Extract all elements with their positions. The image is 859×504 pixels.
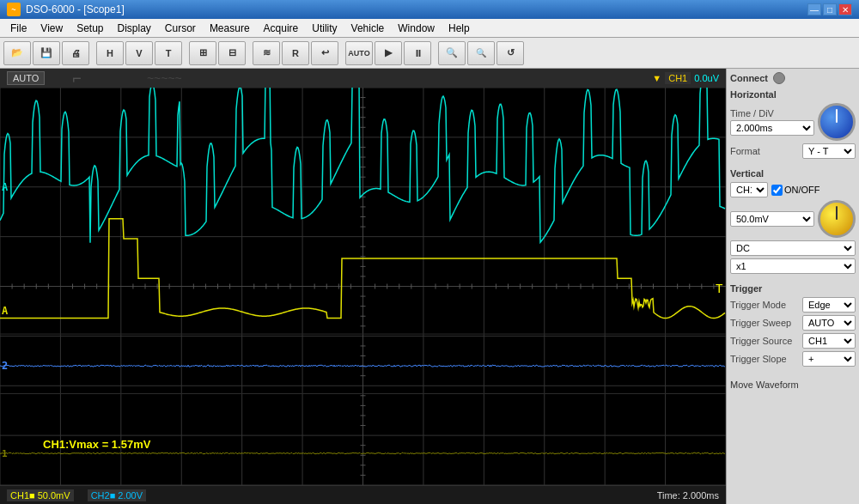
- trigger-sweep-row: Trigger Sweep AUTO Normal Single: [730, 315, 856, 331]
- trigger-status: AUTO: [7, 71, 45, 85]
- volts-select[interactable]: 50.0mV 100mV 200mV 500mV 1V 2V 5V: [730, 211, 814, 227]
- time-div-select[interactable]: 2.000ms: [730, 120, 814, 136]
- horizontal-knob[interactable]: [818, 103, 856, 141]
- trigger-mode-row: Trigger Mode Edge Pulse Slope: [730, 297, 856, 313]
- move-waveform-label: Move Waveform: [730, 378, 856, 392]
- time-div-spinbox[interactable]: 2.000ms: [730, 120, 814, 136]
- scope-grid[interactable]: CH1:Vmax = 1.57mV: [0, 88, 726, 485]
- volts-row: 50.0mV 100mV 200mV 500mV 1V 2V 5V: [730, 200, 856, 238]
- title-bar: ~ DSO-6000 - [Scope1] — □ ✕: [0, 0, 859, 19]
- minimize-button[interactable]: —: [807, 3, 821, 15]
- trigger-sweep-select[interactable]: AUTO Normal Single: [802, 315, 856, 331]
- on-off-label: ON/OFF: [771, 185, 820, 196]
- vertical-title: Vertical: [730, 168, 856, 179]
- menu-vehicle[interactable]: Vehicle: [344, 21, 392, 36]
- menu-setup[interactable]: Setup: [70, 21, 110, 36]
- scope-area: AUTO ⌐ ~~~~~ ▼ CH1 0.0uV CH1:Vmax = 1.57…: [0, 69, 726, 504]
- ch1-bottom-info: CH1■ 50.0mV: [7, 489, 74, 501]
- toolbar: 📂 💾 🖨 H V T ⊞ ⊟ ≋ R ↩ AUTO ▶ ⏸ 🔍 🔍 ↺: [0, 38, 859, 69]
- format-row: Format Y - T X - Y: [730, 143, 856, 159]
- time-bottom-info: Time: 2.000ms: [657, 490, 719, 501]
- menu-file[interactable]: File: [3, 21, 34, 36]
- format-label: Format: [730, 146, 799, 156]
- scope-status-bar: AUTO ⌐ ~~~~~ ▼ CH1 0.0uV: [0, 69, 726, 88]
- trigger-source-select[interactable]: CH1 CH2 EXT: [802, 333, 856, 349]
- menu-measure[interactable]: Measure: [203, 21, 257, 36]
- toolbar-T[interactable]: T: [155, 41, 182, 65]
- ch-row: CH1 CH2 ON/OFF: [730, 182, 856, 197]
- toolbar-V[interactable]: V: [125, 41, 153, 65]
- toolbar-zoom-out[interactable]: 🔍: [467, 41, 495, 65]
- app-title: DSO-6000 - [Scope1]: [26, 3, 125, 15]
- menu-utility[interactable]: Utility: [305, 21, 344, 36]
- trigger-slope-row: Trigger Slope + -: [730, 351, 856, 367]
- probe-select[interactable]: x1 x10 x100: [730, 258, 856, 274]
- probe-row: x1 x10 x100: [730, 258, 856, 274]
- app-icon: ~: [7, 3, 21, 16]
- maximize-button[interactable]: □: [823, 3, 837, 15]
- toolbar-math2[interactable]: ⊟: [218, 41, 246, 65]
- close-button[interactable]: ✕: [838, 3, 852, 15]
- menu-acquire[interactable]: Acquire: [257, 21, 306, 36]
- connect-indicator: [773, 72, 785, 84]
- on-off-checkbox[interactable]: [771, 185, 783, 196]
- toolbar-R[interactable]: R: [282, 41, 309, 65]
- main-layout: AUTO ⌐ ~~~~~ ▼ CH1 0.0uV CH1:Vmax = 1.57…: [0, 69, 859, 504]
- toolbar-pause[interactable]: ⏸: [404, 41, 431, 65]
- on-off-text: ON/OFF: [784, 185, 820, 195]
- menu-display[interactable]: Display: [111, 21, 158, 36]
- time-div-row: Time / DiV 2.000ms: [730, 103, 856, 141]
- toolbar-math1[interactable]: ⊞: [189, 41, 216, 65]
- toolbar-reset[interactable]: ↺: [497, 41, 524, 65]
- horizontal-section: Horizontal Time / DiV 2.000ms: [730, 89, 856, 161]
- menu-bar: File View Setup Display Cursor Measure A…: [0, 19, 859, 38]
- toolbar-run[interactable]: ▶: [375, 41, 402, 65]
- trigger-slope-label: Trigger Slope: [730, 354, 799, 364]
- trigger-title: Trigger: [730, 283, 856, 294]
- horizontal-knob-container: [818, 103, 856, 141]
- toolbar-arrow[interactable]: ↩: [311, 41, 338, 65]
- horizontal-title: Horizontal: [730, 89, 856, 100]
- coupling-select[interactable]: DC AC GND: [730, 240, 856, 256]
- ch1-label: CH1: [665, 72, 691, 84]
- trigger-mode-label: Trigger Mode: [730, 300, 799, 310]
- menu-cursor[interactable]: Cursor: [158, 21, 203, 36]
- trigger-source-row: Trigger Source CH1 CH2 EXT: [730, 333, 856, 349]
- title-section: ~ DSO-6000 - [Scope1]: [7, 3, 125, 16]
- menu-window[interactable]: Window: [391, 21, 442, 36]
- connect-row: Connect: [730, 72, 856, 84]
- time-div-label: Time / DiV: [730, 108, 799, 118]
- trigger-mode-select[interactable]: Edge Pulse Slope: [802, 297, 856, 313]
- toolbar-auto[interactable]: AUTO: [345, 41, 373, 65]
- window-controls[interactable]: — □ ✕: [807, 3, 852, 15]
- vertical-section: Vertical CH1 CH2 ON/OFF 50.0mV 100mV 200…: [730, 168, 856, 276]
- toolbar-open[interactable]: 📂: [3, 41, 31, 65]
- scope-bottom-bar: CH1■ 50.0mV CH2■ 2.00V Time: 2.000ms: [0, 485, 726, 504]
- ch1-value: 0.0uV: [694, 73, 719, 83]
- trigger-sweep-label: Trigger Sweep: [730, 318, 799, 328]
- vertical-knob-container: [818, 200, 856, 238]
- toolbar-zoom-in[interactable]: 🔍: [438, 41, 466, 65]
- vertical-knob[interactable]: [818, 200, 856, 238]
- vertical-knob-indicator: [836, 206, 838, 220]
- trigger-slope-select[interactable]: + -: [802, 351, 856, 367]
- trigger-source-label: Trigger Source: [730, 336, 799, 346]
- toolbar-print[interactable]: 🖨: [62, 41, 89, 65]
- toolbar-fft[interactable]: ≋: [253, 41, 280, 65]
- right-panel: Connect Horizontal Time / DiV 2.000ms: [726, 69, 859, 504]
- volts-spinbox[interactable]: 50.0mV 100mV 200mV 500mV 1V 2V 5V: [730, 211, 814, 227]
- toolbar-save[interactable]: 💾: [33, 41, 60, 65]
- menu-view[interactable]: View: [34, 21, 70, 36]
- format-select[interactable]: Y - T X - Y: [802, 143, 856, 159]
- scope-canvas: [0, 88, 726, 485]
- ch2-bottom-info: CH2■ 2.00V: [88, 489, 146, 501]
- ch-select[interactable]: CH1 CH2: [730, 182, 768, 197]
- toolbar-H[interactable]: H: [96, 41, 124, 65]
- measurement-display: CH1:Vmax = 1.57mV: [43, 438, 150, 451]
- connect-label: Connect: [730, 73, 768, 83]
- trigger-marker-top: ▼: [652, 73, 661, 83]
- coupling-row: DC AC GND: [730, 240, 856, 256]
- menu-help[interactable]: Help: [442, 21, 477, 36]
- trigger-section: Trigger Trigger Mode Edge Pulse Slope Tr…: [730, 283, 856, 369]
- knob-indicator: [836, 109, 838, 123]
